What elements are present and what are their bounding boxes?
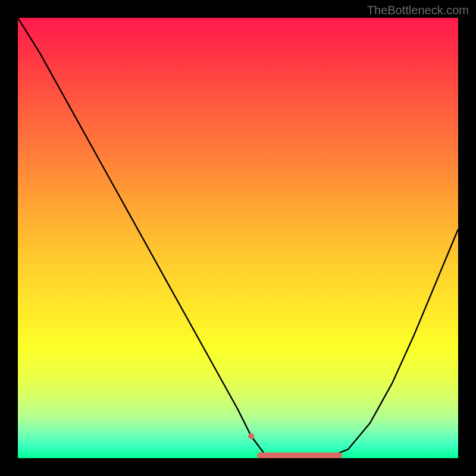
highlight-dot	[248, 433, 254, 439]
bottleneck-curve-path	[18, 18, 458, 458]
plot-area	[18, 18, 458, 458]
watermark-text: TheBottleneck.com	[367, 4, 469, 17]
chart-svg	[18, 18, 458, 458]
